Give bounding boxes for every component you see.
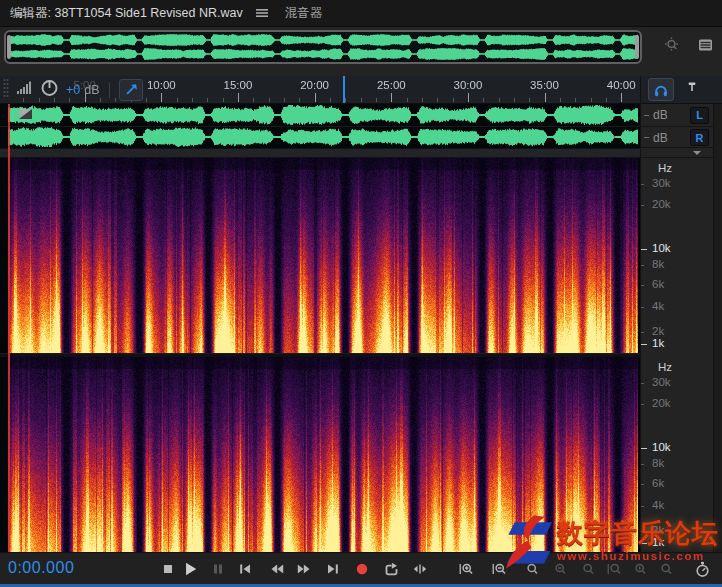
skip-selection-button[interactable]	[119, 79, 143, 101]
ruler-tick	[345, 98, 346, 102]
frequency-tick-label: 30k	[652, 177, 671, 189]
frequency-tick-mark	[641, 184, 644, 185]
ruler-tick	[315, 93, 316, 102]
loop-playback-button[interactable]	[378, 556, 404, 582]
db-scale-label: dB	[653, 131, 668, 145]
frequency-tick-label: 30k	[652, 376, 671, 388]
tab-mixer[interactable]: 混音器	[283, 0, 325, 26]
audition-window: 编辑器: 38TT1054 Side1 Revised NR.wav 混音器	[0, 0, 722, 587]
skip-to-start-button[interactable]	[232, 556, 258, 582]
frequency-tick-label: 20k	[652, 198, 671, 210]
playhead-line[interactable]	[8, 104, 10, 552]
timeline-ruler[interactable]: 5:0010:0015:0020:0025:0030:0035:0040:00 …	[0, 76, 640, 104]
tab-editor[interactable]: 编辑器: 38TT1054 Side1 Revised NR.wav	[8, 0, 245, 26]
ruler-tick	[422, 98, 423, 102]
ruler-tick	[391, 93, 392, 102]
frequency-tick-mark	[641, 506, 644, 507]
ruler-tick	[483, 98, 484, 102]
zoom-full-button[interactable]	[653, 556, 679, 582]
overview-navigator[interactable]	[4, 30, 642, 64]
level-meter-icon[interactable]	[16, 80, 33, 99]
ruler-time-label: 35:00	[530, 79, 559, 91]
db-scale-label: dB	[653, 108, 668, 122]
skip-to-end-button[interactable]	[320, 556, 346, 582]
overview-left-handle[interactable]	[7, 35, 11, 59]
editor-tab-label: 编辑器: 38TT1054 Side1 Revised NR.wav	[8, 5, 245, 22]
waveform-display[interactable]	[0, 104, 640, 148]
amplitude-tick	[644, 137, 649, 138]
gain-unit: dB	[84, 83, 99, 97]
ruler-tick	[437, 98, 438, 102]
spectrogram-left-channel[interactable]	[0, 158, 640, 353]
frequency-axis-left: Hz30k20k10k8k6k4k2k1k	[641, 158, 722, 353]
zoom-to-selection-button[interactable]	[575, 556, 601, 582]
ruler-tick	[223, 98, 224, 102]
amplitude-tick	[644, 115, 649, 116]
frequency-tick-label: 1k	[652, 337, 664, 349]
solo-monitor-button[interactable]	[648, 78, 674, 101]
frequency-tick-mark	[641, 464, 644, 465]
frequency-tick-mark	[641, 543, 647, 544]
level-controls: +0 dB	[0, 76, 143, 103]
zoom-selection-in-button[interactable]	[601, 556, 627, 582]
left-channel-button[interactable]: L	[690, 107, 709, 124]
frequency-tick-label: 6k	[652, 278, 664, 290]
panel-menu-icon[interactable]	[255, 7, 269, 19]
timer-button[interactable]	[689, 556, 715, 582]
frequency-tick-mark	[641, 205, 644, 206]
session-list-icon[interactable]	[697, 37, 714, 57]
zoom-in-time-button[interactable]	[453, 556, 479, 582]
channel-separator	[0, 126, 640, 127]
frequency-tick-mark	[641, 344, 647, 345]
editor-main: 5:0010:0015:0020:0025:0030:0035:0040:00 …	[0, 76, 722, 552]
waveform-right-channel[interactable]	[8, 127, 638, 147]
drag-grip-icon[interactable]	[3, 78, 9, 102]
left-channel-controls: dB L	[641, 104, 722, 126]
gain-display[interactable]: +0 dB	[66, 83, 100, 97]
overview-right-handle[interactable]	[635, 35, 639, 59]
divider-right	[641, 148, 722, 158]
frequency-tick-label: 20k	[652, 397, 671, 409]
view-divider[interactable]	[0, 148, 640, 158]
frequency-tick-mark	[641, 285, 644, 286]
zoom-selection-out-button[interactable]	[627, 556, 653, 582]
frequency-tick-mark	[641, 531, 644, 532]
pin-marker-icon[interactable]	[685, 80, 699, 99]
ruler-time-label: 30:00	[454, 79, 483, 91]
ruler-tick	[161, 93, 162, 102]
waveform-left-channel[interactable]	[8, 105, 638, 125]
ruler-tick	[621, 93, 622, 102]
frequency-tick-mark	[641, 404, 644, 405]
right-channel-controls: dB R	[641, 126, 722, 148]
record-button[interactable]	[349, 556, 375, 582]
ruler-time-label: 20:00	[300, 79, 329, 91]
fast-forward-button[interactable]	[291, 556, 317, 582]
zoom-in-point-button[interactable]	[519, 556, 545, 582]
ruler-time-label: 25:00	[377, 79, 406, 91]
zoom-out-point-button[interactable]	[547, 556, 573, 582]
rewind-button[interactable]	[264, 556, 290, 582]
spectrogram-canvas-left[interactable]	[8, 158, 638, 353]
frequency-tick-label: 2k	[652, 524, 664, 536]
zoom-out-time-button[interactable]	[486, 556, 512, 582]
frequency-tick-mark	[641, 307, 644, 308]
fade-in-handle[interactable]	[18, 106, 33, 124]
collapse-arrow-icon[interactable]	[693, 151, 701, 155]
frequency-tick-mark	[641, 249, 647, 250]
mixer-tab-label: 混音器	[283, 5, 325, 22]
ruler-marker[interactable]	[343, 76, 345, 103]
overview-waveform[interactable]	[8, 33, 638, 61]
right-channel-button[interactable]: R	[690, 129, 709, 146]
spectrogram-right-channel[interactable]	[0, 357, 640, 552]
frequency-tick-mark	[641, 332, 644, 333]
gain-knob-icon[interactable]	[40, 78, 59, 101]
spectrogram-canvas-right[interactable]	[8, 357, 638, 552]
time-display[interactable]: 0:00.000	[8, 559, 74, 577]
frequency-unit-label: Hz	[658, 361, 672, 373]
navigate-zoom-icon[interactable]	[663, 36, 681, 58]
ruler-tick	[376, 98, 377, 102]
move-playhead-button[interactable]	[407, 556, 433, 582]
play-button[interactable]	[177, 556, 203, 582]
pause-button[interactable]	[205, 556, 231, 582]
frequency-unit-label: Hz	[658, 162, 672, 174]
